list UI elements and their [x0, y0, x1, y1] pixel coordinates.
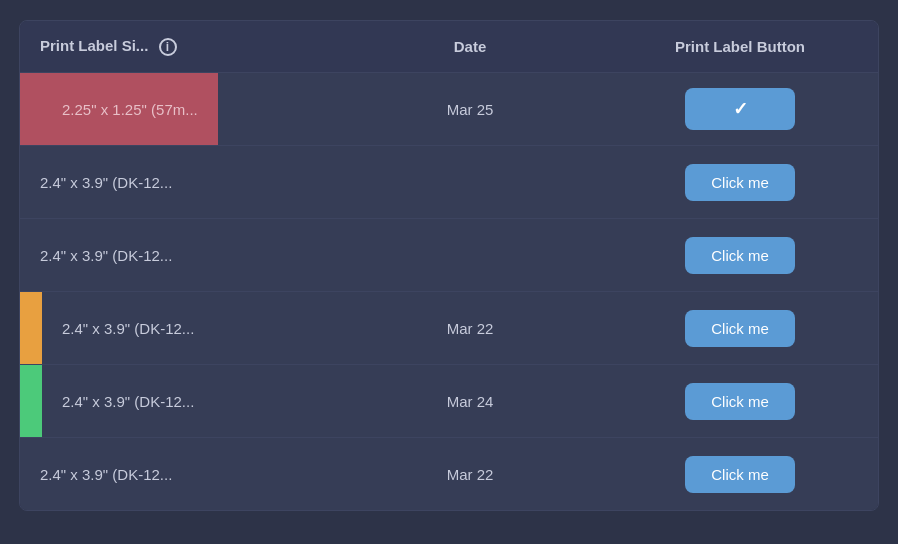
label-text: 2.25" x 1.25" (57m... — [62, 101, 198, 118]
col-header-date: Date — [340, 21, 600, 73]
label-text: 2.4" x 3.9" (DK-12... — [62, 320, 194, 337]
table-row: 2.4" x 3.9" (DK-12...Mar 24Click me — [20, 365, 879, 438]
print-click-button[interactable]: Click me — [685, 456, 795, 493]
label-cell: 2.4" x 3.9" (DK-12... — [20, 438, 340, 510]
label-text: 2.4" x 3.9" (DK-12... — [40, 466, 172, 483]
label-cell: 2.4" x 3.9" (DK-12... — [20, 292, 340, 364]
label-text: 2.4" x 3.9" (DK-12... — [40, 247, 172, 264]
print-click-button[interactable]: Click me — [685, 383, 795, 420]
table-row: 2.25" x 1.25" (57m...Mar 25✓ — [20, 73, 879, 146]
col-header-label: Print Label Si... i — [20, 21, 340, 73]
main-table-container: Print Label Si... i Date Print Label But… — [19, 20, 879, 511]
label-cell: 2.4" x 3.9" (DK-12... — [20, 146, 340, 218]
label-cell: 2.4" x 3.9" (DK-12... — [20, 219, 340, 291]
print-click-button[interactable]: Click me — [685, 164, 795, 201]
table-header-row: Print Label Si... i Date Print Label But… — [20, 21, 879, 73]
button-cell: ✓ — [600, 73, 879, 146]
date-cell: Mar 24 — [340, 365, 600, 438]
accent-bar — [20, 292, 42, 364]
table-row: 2.4" x 3.9" (DK-12...Mar 22Click me — [20, 438, 879, 511]
label-cell: 2.25" x 1.25" (57m... — [20, 73, 340, 145]
accent-bar — [20, 365, 42, 437]
button-cell: Click me — [600, 365, 879, 438]
date-cell: Mar 25 — [340, 73, 600, 146]
date-cell — [340, 219, 600, 292]
table-row: 2.4" x 3.9" (DK-12...Click me — [20, 219, 879, 292]
button-cell: Click me — [600, 438, 879, 511]
label-table: Print Label Si... i Date Print Label But… — [20, 21, 879, 510]
button-cell: Click me — [600, 219, 879, 292]
date-cell: Mar 22 — [340, 438, 600, 511]
button-cell: Click me — [600, 146, 879, 219]
date-cell — [340, 146, 600, 219]
print-click-button[interactable]: Click me — [685, 237, 795, 274]
table-row: 2.4" x 3.9" (DK-12...Mar 22Click me — [20, 292, 879, 365]
info-icon[interactable]: i — [159, 38, 177, 56]
col-label-text: Print Label Si... — [40, 37, 148, 54]
col-header-button: Print Label Button — [600, 21, 879, 73]
label-text: 2.4" x 3.9" (DK-12... — [62, 393, 194, 410]
accent-bar — [20, 73, 42, 145]
label-text: 2.4" x 3.9" (DK-12... — [40, 174, 172, 191]
print-click-button[interactable]: Click me — [685, 310, 795, 347]
print-check-button[interactable]: ✓ — [685, 88, 795, 130]
table-row: 2.4" x 3.9" (DK-12...Click me — [20, 146, 879, 219]
button-cell: Click me — [600, 292, 879, 365]
label-cell: 2.4" x 3.9" (DK-12... — [20, 365, 340, 437]
date-cell: Mar 22 — [340, 292, 600, 365]
